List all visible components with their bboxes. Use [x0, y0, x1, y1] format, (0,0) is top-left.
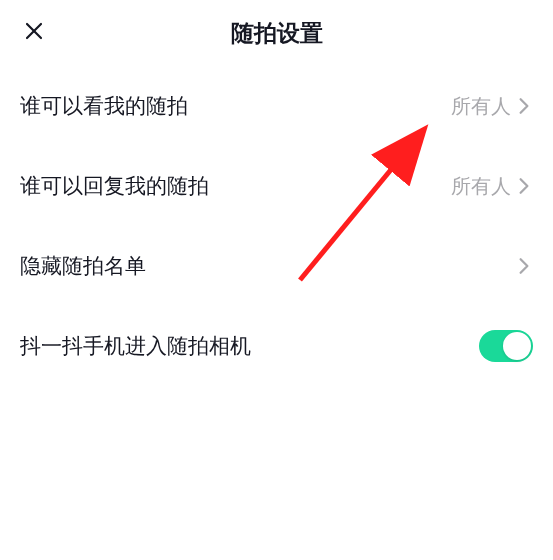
row-value: 所有人	[451, 173, 511, 200]
chevron-right-icon	[515, 97, 533, 115]
chevron-right-icon	[515, 257, 533, 275]
row-right	[479, 330, 533, 362]
shake-toggle[interactable]	[479, 330, 533, 362]
row-hidden-list[interactable]: 隐藏随拍名单	[20, 226, 533, 306]
page-title: 随拍设置	[231, 18, 323, 49]
row-who-can-reply[interactable]: 谁可以回复我的随拍 所有人	[20, 146, 533, 226]
row-shake-to-camera: 抖一抖手机进入随拍相机	[20, 306, 533, 386]
row-right: 所有人	[451, 93, 533, 120]
toggle-knob	[503, 332, 531, 360]
close-icon	[22, 19, 46, 47]
settings-list: 谁可以看我的随拍 所有人 谁可以回复我的随拍 所有人	[0, 66, 553, 386]
settings-panel: 随拍设置 谁可以看我的随拍 所有人 谁可以回复我的随拍 所有人	[0, 0, 553, 560]
row-who-can-view[interactable]: 谁可以看我的随拍 所有人	[20, 66, 533, 146]
row-label: 隐藏随拍名单	[20, 252, 146, 280]
header: 随拍设置	[0, 0, 553, 66]
row-right: 所有人	[451, 173, 533, 200]
close-button[interactable]	[20, 19, 48, 47]
row-value: 所有人	[451, 93, 511, 120]
row-label: 谁可以看我的随拍	[20, 92, 188, 120]
row-label: 抖一抖手机进入随拍相机	[20, 332, 251, 360]
row-label: 谁可以回复我的随拍	[20, 172, 209, 200]
row-right	[515, 257, 533, 275]
chevron-right-icon	[515, 177, 533, 195]
